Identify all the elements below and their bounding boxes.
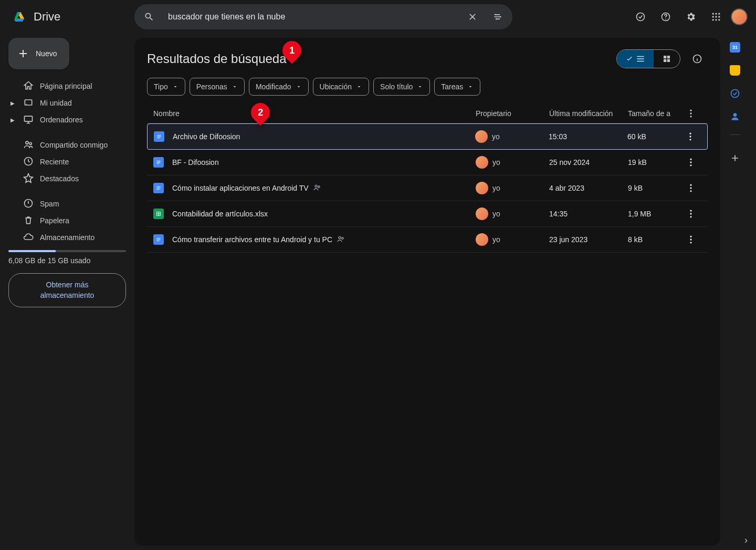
drive-logo-icon — [8, 6, 29, 27]
list-view-button[interactable] — [617, 50, 654, 68]
owner-cell: yo — [476, 182, 549, 194]
file-name: Cómo instalar aplicaciones en Android TV — [172, 184, 309, 192]
sidebar-item-label: Compartido conmigo — [40, 141, 108, 149]
main-area: Nuevo Página principal ▶ Mi unidad ▶ Ord… — [0, 34, 756, 550]
row-more-button[interactable] — [680, 209, 701, 219]
svg-rect-20 — [25, 116, 33, 121]
filter-chip[interactable]: Solo título — [373, 78, 430, 96]
svg-point-22 — [29, 142, 32, 144]
row-more-button[interactable] — [680, 131, 701, 142]
settings-gear-icon[interactable] — [680, 6, 701, 27]
filter-chip[interactable]: Modificado — [249, 78, 309, 96]
sidebar-item-mydrive[interactable]: ▶ Mi unidad — [8, 95, 126, 111]
results-header: Resultados de búsqueda — [147, 48, 708, 69]
sidebar-item-recent[interactable]: Reciente — [8, 153, 126, 170]
upgrade-storage-button[interactable]: Obtener más almacenamiento — [8, 273, 126, 307]
caret-icon: ▶ — [10, 100, 17, 106]
star-icon — [23, 173, 34, 185]
search-icon[interactable] — [139, 6, 160, 27]
modified-cell: 14:35 — [549, 210, 628, 218]
clear-search-icon[interactable] — [462, 6, 483, 27]
calendar-icon[interactable]: 31 — [730, 42, 740, 53]
clock-icon — [23, 156, 34, 168]
sidebar-item-computers[interactable]: ▶ Ordenadores — [8, 111, 126, 128]
results-panel: Resultados de búsqueda TipoPersonasMod — [134, 38, 720, 546]
col-modified[interactable]: Última modificación — [549, 109, 628, 118]
file-type-icon — [154, 131, 164, 142]
sidebar-item-spam[interactable]: Spam — [8, 195, 126, 212]
keep-icon[interactable] — [730, 65, 740, 76]
sidebar-item-label: Mi unidad — [40, 99, 72, 107]
owner-avatar — [475, 130, 488, 143]
sidebar-item-home[interactable]: Página principal — [8, 78, 126, 95]
sidebar: Nuevo Página principal ▶ Mi unidad ▶ Ord… — [0, 34, 134, 550]
file-name: BF - Difoosion — [172, 158, 219, 167]
tasks-icon[interactable] — [730, 88, 740, 99]
filter-chip[interactable]: Personas — [190, 78, 245, 96]
search-options-icon[interactable] — [487, 6, 508, 27]
file-name: Cómo transferir archivos entre tu Androi… — [172, 235, 332, 244]
owner-avatar — [476, 156, 488, 169]
owner-cell: yo — [476, 233, 549, 246]
filter-chip[interactable]: Tipo — [147, 78, 185, 96]
sidebar-item-starred[interactable]: Destacados — [8, 170, 126, 187]
svg-point-40 — [318, 186, 319, 188]
apps-grid-icon[interactable] — [706, 6, 727, 27]
row-more-button[interactable] — [680, 157, 701, 168]
svg-point-17 — [718, 19, 720, 20]
filter-chip[interactable]: Ubicación — [313, 78, 369, 96]
file-name: Archivo de Difoosion — [173, 132, 240, 141]
expand-side-panel-icon[interactable]: › — [744, 535, 748, 546]
svg-point-7 — [637, 13, 645, 21]
new-button[interactable]: Nuevo — [8, 38, 69, 69]
row-more-button[interactable] — [680, 183, 701, 193]
sidebar-item-label: Destacados — [40, 174, 79, 183]
modified-cell: 23 jun 2023 — [549, 235, 628, 244]
owner-label: yo — [492, 132, 500, 141]
search-input[interactable] — [164, 12, 458, 22]
view-controls — [616, 48, 708, 69]
results-title: Resultados de búsqueda — [147, 51, 287, 66]
col-owner[interactable]: Propietario — [476, 109, 549, 118]
size-cell: 19 kB — [628, 158, 680, 167]
filter-chip[interactable]: Tareas — [434, 78, 480, 96]
row-more-button[interactable] — [680, 234, 701, 245]
computers-icon — [23, 114, 34, 126]
svg-point-4 — [495, 14, 496, 16]
filter-bar: TipoPersonasModificadoUbicaciónSolo títu… — [147, 78, 708, 96]
app-header: Drive — [0, 0, 756, 34]
svg-point-50 — [690, 236, 691, 237]
table-row[interactable]: Archivo de Difoosion yo 15:03 60 kB — [147, 123, 708, 150]
sidebar-item-trash[interactable]: Papelera — [8, 212, 126, 229]
table-row[interactable]: Cómo transferir archivos entre tu Androi… — [147, 227, 708, 253]
svg-rect-18 — [25, 100, 32, 105]
col-name[interactable]: Nombre — [153, 109, 476, 118]
col-size[interactable]: Tamaño de a — [628, 109, 680, 118]
svg-point-47 — [690, 216, 691, 217]
svg-point-53 — [731, 90, 739, 98]
add-addon-icon[interactable] — [724, 148, 746, 169]
caret-icon: ▶ — [10, 117, 17, 123]
info-icon[interactable] — [687, 48, 708, 69]
table-row[interactable]: Contabilidad de artículos.xlsx yo 14:35 … — [147, 201, 708, 227]
offline-ready-icon[interactable] — [630, 6, 651, 27]
grid-view-button[interactable] — [654, 50, 680, 68]
contacts-icon[interactable] — [730, 111, 740, 122]
table-row[interactable]: BF - Difoosion yo 25 nov 2024 19 kB — [147, 150, 708, 175]
sidebar-item-storage[interactable]: Almacenamiento — [8, 229, 126, 246]
storage-fill — [8, 250, 56, 252]
svg-point-45 — [690, 210, 691, 212]
svg-point-14 — [718, 16, 720, 17]
search-bar — [134, 4, 512, 29]
shared-icon — [23, 139, 34, 151]
new-button-label: Nuevo — [36, 49, 57, 58]
table-row[interactable]: Cómo instalar aplicaciones en Android TV… — [147, 175, 708, 201]
svg-point-15 — [712, 19, 714, 20]
svg-point-12 — [712, 16, 714, 17]
logo-area[interactable]: Drive — [8, 6, 130, 27]
col-more-header[interactable] — [680, 108, 701, 119]
help-icon[interactable] — [655, 6, 676, 27]
sidebar-item-shared[interactable]: Compartido conmigo — [8, 137, 126, 153]
modified-cell: 15:03 — [549, 132, 627, 141]
account-avatar[interactable] — [731, 8, 748, 25]
